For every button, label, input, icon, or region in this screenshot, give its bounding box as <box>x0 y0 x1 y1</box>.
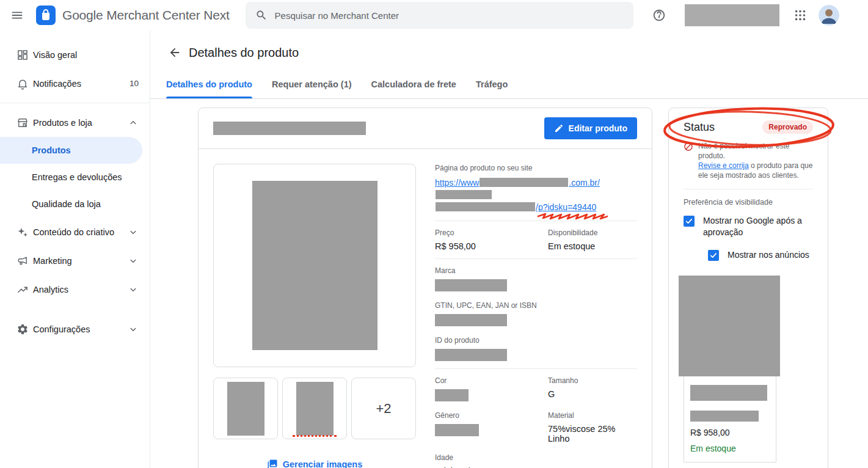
price-field: Preço R$ 958,00 <box>435 229 548 251</box>
thumbnail-image-redacted <box>227 382 264 436</box>
gender-value-redacted <box>435 424 479 436</box>
product-image-redacted <box>252 181 377 350</box>
thumbnail-more[interactable]: +2 <box>351 378 416 439</box>
availability-label: Disponibilidade <box>548 229 597 237</box>
manage-images-link[interactable]: Gerenciar imagens <box>213 459 416 468</box>
help-button[interactable] <box>647 3 671 27</box>
sidebar-item-label: Configurações <box>33 324 90 334</box>
tab-calculadora-de-frete[interactable]: Calculadora de frete <box>371 71 456 98</box>
preview-title-redacted <box>690 385 767 401</box>
megaphone-icon <box>16 255 29 267</box>
check-icon <box>709 251 718 260</box>
trending-up-icon <box>16 283 29 296</box>
color-value-redacted <box>435 389 469 401</box>
more-images-count: +2 <box>376 401 391 417</box>
sidebar-item-label: Visão geral <box>33 50 77 60</box>
sidebar-item-produtos[interactable]: Produtos <box>0 137 142 164</box>
sidebar-item-label: Conteúdo do criativo <box>33 227 114 237</box>
preview-subtitle-redacted <box>690 411 759 422</box>
tab-trafego[interactable]: Tráfego <box>476 71 508 98</box>
sidebar: Visão geral Notificações 10 Produtos e l… <box>0 31 150 468</box>
brand-field: Marca <box>435 266 637 291</box>
app-title: Google Merchant Center Next <box>62 8 230 23</box>
color-field: Cor <box>435 376 548 401</box>
sidebar-item-label: Produtos <box>32 145 71 155</box>
avatar[interactable] <box>819 5 839 26</box>
thumbnail-image-redacted <box>296 382 334 436</box>
tab-requer-atencao[interactable]: Requer atenção (1) <box>272 71 352 98</box>
preview-stock-status: Em estoque <box>690 444 770 453</box>
product-image-frame <box>213 164 416 367</box>
gtin-label: GTIN, UPC, EAN, JAN or ISBN <box>435 301 637 310</box>
product-url-link[interactable]: https://www.com.br/ /p?idsku=49440 <box>435 177 637 213</box>
apps-grid-icon <box>793 9 807 22</box>
color-size-row: Cor Tamanho G <box>435 376 637 401</box>
product-url-line1: https://www.com.br/ <box>435 177 637 201</box>
error-line-1: Não é possível mostrar este produto. <box>698 141 813 161</box>
size-field: Tamanho G <box>548 376 578 401</box>
sidebar-divider <box>0 103 150 103</box>
sparkle-icon <box>16 226 29 238</box>
tab-detalhes-do-produto[interactable]: Detalhes do produto <box>166 71 252 98</box>
divider <box>684 189 813 189</box>
chevron-down-icon <box>128 255 139 266</box>
thumbnail-2[interactable] <box>282 378 347 439</box>
page-title: Detalhes do produto <box>189 46 299 60</box>
size-label: Tamanho <box>548 376 578 385</box>
revise-e-corrija-link[interactable]: Revise e corrija <box>698 161 749 170</box>
product-url-label: Página do produto no seu site <box>435 164 637 172</box>
status-badge: Reprovado <box>762 120 813 134</box>
show-in-ads-row: Mostrar nos anúncios <box>669 249 828 261</box>
url-redacted <box>480 178 568 187</box>
thumbnail-1[interactable] <box>213 378 278 439</box>
sidebar-item-conteudo-do-criativo[interactable]: Conteúdo do criativo <box>0 218 150 246</box>
hamburger-icon <box>10 9 24 22</box>
visibility-heading: Preferência de visibilidade <box>669 198 828 207</box>
gender-label: Gênero <box>435 411 548 420</box>
top-bar: Google Merchant Center Next <box>0 0 868 31</box>
sidebar-item-analytics[interactable]: Analytics <box>0 275 150 304</box>
app-logo[interactable]: Google Merchant Center Next <box>35 5 230 26</box>
hamburger-menu-button[interactable] <box>5 3 29 27</box>
tab-bar: Detalhes do produto Requer atenção (1) C… <box>150 71 868 99</box>
sidebar-item-label: Notificações <box>33 79 81 89</box>
brand-value-redacted <box>435 279 507 291</box>
product-url-line2: /p?idsku=49440 <box>435 201 637 213</box>
merchant-center-logo-icon <box>35 5 56 26</box>
product-card-body: +2 Gerenciar imagens Página do pro <box>199 149 652 468</box>
sidebar-item-visao-geral[interactable]: Visão geral <box>0 40 150 69</box>
sidebar-item-notificacoes[interactable]: Notificações 10 <box>0 69 150 98</box>
gtin-value-redacted <box>435 314 507 326</box>
status-error-message: Não é possível mostrar este produto. Rev… <box>669 140 828 180</box>
sidebar-item-entregas-e-devolucoes[interactable]: Entregas e devoluções <box>0 164 150 191</box>
checkbox-mostrar-no-google[interactable] <box>684 216 695 227</box>
edit-product-button[interactable]: Editar produto <box>544 117 637 139</box>
sidebar-item-marketing[interactable]: Marketing <box>0 246 150 275</box>
notification-count-badge: 10 <box>129 79 139 88</box>
apps-grid-button[interactable] <box>788 3 812 27</box>
search-icon <box>255 9 268 21</box>
sidebar-item-configuracoes[interactable]: Configurações <box>0 315 150 343</box>
search-bar[interactable] <box>246 2 633 29</box>
search-input[interactable] <box>275 10 624 21</box>
sidebar-item-qualidade-da-loja[interactable]: Qualidade da loja <box>0 191 150 218</box>
age-label: Idade <box>435 453 637 462</box>
chevron-up-icon <box>128 117 139 128</box>
status-error-text: Não é possível mostrar este produto. Rev… <box>698 141 813 180</box>
show-on-google-row: Mostrar no Google após a aprovação <box>669 215 828 238</box>
checkbox-mostrar-nos-anuncios[interactable] <box>708 250 719 261</box>
divider <box>435 368 637 369</box>
sidebar-item-produtos-e-loja[interactable]: Produtos e loja <box>0 108 150 137</box>
sidebar-item-label: Entregas e devoluções <box>32 172 122 182</box>
back-button[interactable] <box>164 42 186 64</box>
error-line-2: Revise e corrija o produto para que ele … <box>698 161 813 180</box>
sidebar-item-label: Qualidade da loja <box>32 199 101 209</box>
photo-library-icon <box>267 459 278 468</box>
divider <box>435 221 637 221</box>
edit-product-label: Editar produto <box>569 123 627 133</box>
gender-material-row: Gênero Material 75%viscose 25% Linho <box>435 411 637 444</box>
content-area: Editar produto <box>150 99 868 468</box>
checkbox-label: Mostrar no Google após a aprovação <box>703 215 813 238</box>
pencil-icon <box>554 123 564 133</box>
page-header: Detalhes do produto <box>150 31 868 71</box>
